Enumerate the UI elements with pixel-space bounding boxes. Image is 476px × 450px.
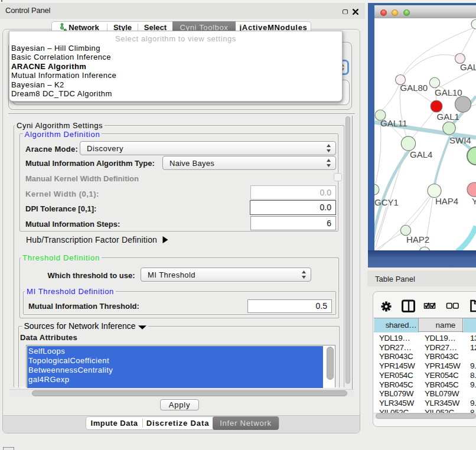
svg-text:GAL1: GAL1: [437, 112, 459, 122]
svg-text:GCY1: GCY1: [374, 197, 399, 207]
svg-text:GAL80: GAL80: [400, 83, 428, 93]
svg-text:GAL11: GAL11: [380, 118, 407, 128]
svg-text:HAP4: HAP4: [435, 196, 458, 206]
svg-text:GAL10: GAL10: [435, 87, 462, 97]
svg-text:Y: Y: [472, 196, 476, 206]
svg-text:HAP2: HAP2: [406, 234, 429, 244]
svg-text:GAL2: GAL2: [460, 62, 476, 72]
svg-text:SWI4: SWI4: [449, 135, 471, 145]
svg-text:GAL4: GAL4: [410, 149, 432, 159]
